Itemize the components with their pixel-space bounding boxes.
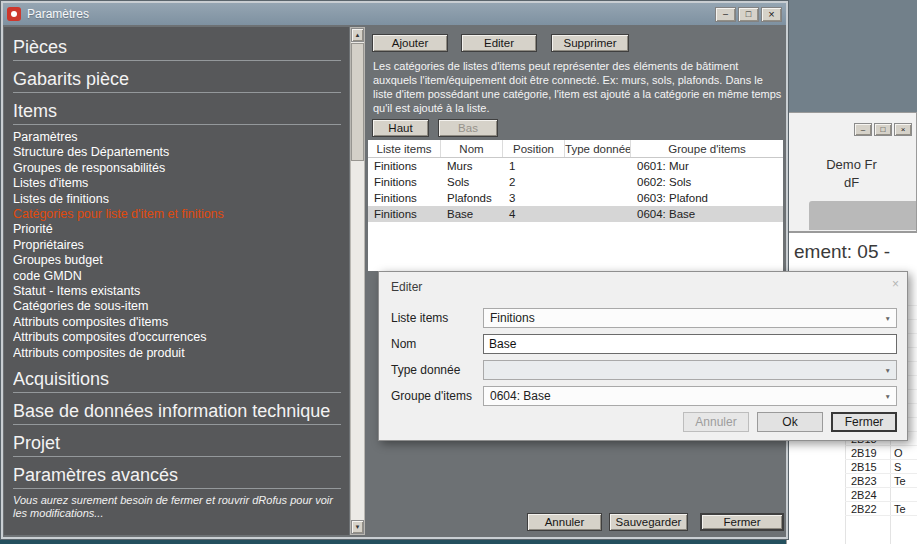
close-button[interactable]: × <box>761 7 782 22</box>
table-row[interactable]: 2B19 O <box>845 446 917 460</box>
scrollbar-thumb[interactable] <box>351 43 364 161</box>
chevron-down-icon: ▼ <box>885 315 891 322</box>
maximize-icon: □ <box>746 9 751 19</box>
sidebar-item-statut-items-existants[interactable]: Statut - Items existants <box>13 284 349 299</box>
cell-groupe-items: 0604: Base <box>631 206 783 222</box>
sidebar-item-listes-finitions[interactable]: Listes de finitions <box>13 192 349 207</box>
close-icon: × <box>768 8 774 20</box>
parametres-window: Paramètres – □ × Pièces Gabarits pièce I… <box>0 0 789 540</box>
scroll-up-icon: ▲ <box>355 32 361 38</box>
liste-items-dropdown[interactable]: Finitions ▼ <box>483 308 897 328</box>
save-button[interactable]: Sauvegarder <box>609 513 688 531</box>
sidebar-note: Vous aurez surement besoin de fermer et … <box>13 494 349 520</box>
table-header: Liste items Nom Position Type donnée Gro… <box>368 140 783 158</box>
background-window-text: Demo Fr <box>787 157 916 172</box>
background-window-demo: – □ × Demo Fr dF <box>786 112 917 232</box>
sidebar-section-projet[interactable]: Projet <box>13 432 349 454</box>
column-header-groupe-items[interactable]: Groupe d'items <box>631 140 783 157</box>
table-row[interactable]: Finitions Murs 1 0601: Mur <box>368 158 783 174</box>
section-divider <box>13 92 341 93</box>
sidebar: Pièces Gabarits pièce Items Paramètres S… <box>4 27 349 535</box>
add-button[interactable]: Ajouter <box>372 34 448 52</box>
table-row[interactable]: 2B24 <box>845 488 917 502</box>
close-panel-button[interactable]: Fermer <box>700 513 784 531</box>
sidebar-item-parametres[interactable]: Paramètres <box>13 130 349 145</box>
column-header-type-donnee[interactable]: Type donnée <box>565 140 631 157</box>
sidebar-item-categories-liste-item-finitions[interactable]: Catégories pour liste d'item et finition… <box>13 207 349 222</box>
delete-button[interactable]: Supprimer <box>551 34 629 52</box>
sidebar-section-bdd-technique[interactable]: Base de données information technique <box>13 400 349 422</box>
room-text: Te <box>894 503 906 515</box>
section-divider <box>13 488 341 489</box>
sidebar-section-gabarits[interactable]: Gabarits pièce <box>13 68 349 90</box>
move-up-button[interactable]: Haut <box>372 119 429 137</box>
section-divider <box>13 424 341 425</box>
dialog-ok-button[interactable]: Ok <box>757 412 823 432</box>
table-row[interactable]: 2B23 Te <box>845 474 917 488</box>
sidebar-item-categories-sous-item[interactable]: Catégories de sous-item <box>13 299 349 314</box>
room-code: 2B15 <box>851 461 877 473</box>
cell-position: 4 <box>503 206 565 222</box>
caption-buttons: – □ × <box>715 7 782 22</box>
sidebar-item-proprietaires[interactable]: Propriétaires <box>13 238 349 253</box>
sidebar-item-attributs-composites-produit[interactable]: Attributs composites de produit <box>13 346 349 361</box>
cell-liste-items: Finitions <box>368 158 441 174</box>
maximize-button[interactable]: □ <box>874 123 892 136</box>
column-header-nom[interactable]: Nom <box>441 140 503 157</box>
scroll-down-button[interactable]: ▼ <box>351 520 364 534</box>
edit-button[interactable]: Editer <box>461 34 537 52</box>
column-header-liste-items[interactable]: Liste items <box>368 140 441 157</box>
cell-liste-items: Finitions <box>368 206 441 222</box>
cell-position: 3 <box>503 190 565 206</box>
sidebar-section-pieces[interactable]: Pièces <box>13 36 349 58</box>
minimize-button[interactable]: – <box>854 123 872 136</box>
maximize-button[interactable]: □ <box>738 7 759 22</box>
close-icon: × <box>901 125 906 134</box>
column-header-position[interactable]: Position <box>503 140 565 157</box>
sidebar-item-attributs-composites-occurrences[interactable]: Attributs composites d'occurrences <box>13 330 349 345</box>
section-divider <box>13 456 341 457</box>
groupe-items-dropdown[interactable]: 0604: Base ▼ <box>483 386 897 406</box>
table-row[interactable]: Finitions Sols 2 0602: Sols <box>368 174 783 190</box>
nom-label: Nom <box>391 334 479 354</box>
dialog-cancel-button[interactable]: Annuler <box>683 412 749 432</box>
cancel-button[interactable]: Annuler <box>527 513 602 531</box>
drofus-app-icon <box>7 7 21 21</box>
sidebar-item-attributs-composites-items[interactable]: Attributs composites d'items <box>13 315 349 330</box>
minimize-button[interactable]: – <box>715 7 736 22</box>
dialog-close-button[interactable]: Fermer <box>831 412 897 432</box>
dialog-close-icon[interactable]: × <box>892 277 899 291</box>
table-row[interactable]: 2B15 S <box>845 460 917 474</box>
table-row[interactable]: 2B22 Te <box>845 502 917 516</box>
nom-field[interactable] <box>483 334 897 354</box>
sidebar-item-code-gmdn[interactable]: code GMDN <box>13 269 349 284</box>
room-text: S <box>894 461 901 473</box>
category-description: Les catégories de listes d'items peut re… <box>373 59 783 115</box>
sidebar-item-structure-departements[interactable]: Structure des Départements <box>13 145 349 160</box>
table-row-selected[interactable]: Finitions Base 4 0604: Base <box>368 206 783 222</box>
sidebar-item-groupes-responsabilites[interactable]: Groupes de responsabilités <box>13 161 349 176</box>
sidebar-section-items[interactable]: Items <box>13 100 349 122</box>
minimize-icon: – <box>861 125 865 134</box>
background-caption-buttons: – □ × <box>854 123 912 136</box>
sidebar-item-groupes-budget[interactable]: Groupes budget <box>13 253 349 268</box>
cell-type-donnee <box>565 206 631 222</box>
cell-nom: Sols <box>441 174 503 190</box>
background-heading-fragment: ement: 05 - <box>794 241 890 263</box>
groupe-items-value: 0604: Base <box>490 389 551 403</box>
scroll-up-button[interactable]: ▲ <box>351 28 364 42</box>
sidebar-item-listes-items[interactable]: Listes d'items <box>13 176 349 191</box>
table-row[interactable]: Finitions Plafonds 3 0603: Plafond <box>368 190 783 206</box>
sidebar-section-acquisitions[interactable]: Acquisitions <box>13 368 349 390</box>
close-button[interactable]: × <box>894 123 912 136</box>
sidebar-item-priorite[interactable]: Priorité <box>13 222 349 237</box>
type-donnee-dropdown[interactable]: ▼ <box>483 360 897 380</box>
sidebar-section-parametres-avances[interactable]: Paramètres avancés <box>13 464 349 486</box>
background-window-text: dF <box>787 175 916 190</box>
titlebar[interactable]: Paramètres – □ × <box>3 3 786 25</box>
sidebar-scrollbar[interactable]: ▲ ▼ <box>350 27 365 535</box>
move-down-button[interactable]: Bas <box>438 119 498 137</box>
room-code: 2B22 <box>851 503 877 515</box>
background-panel-fragment <box>809 201 916 230</box>
cell-groupe-items: 0603: Plafond <box>631 190 783 206</box>
